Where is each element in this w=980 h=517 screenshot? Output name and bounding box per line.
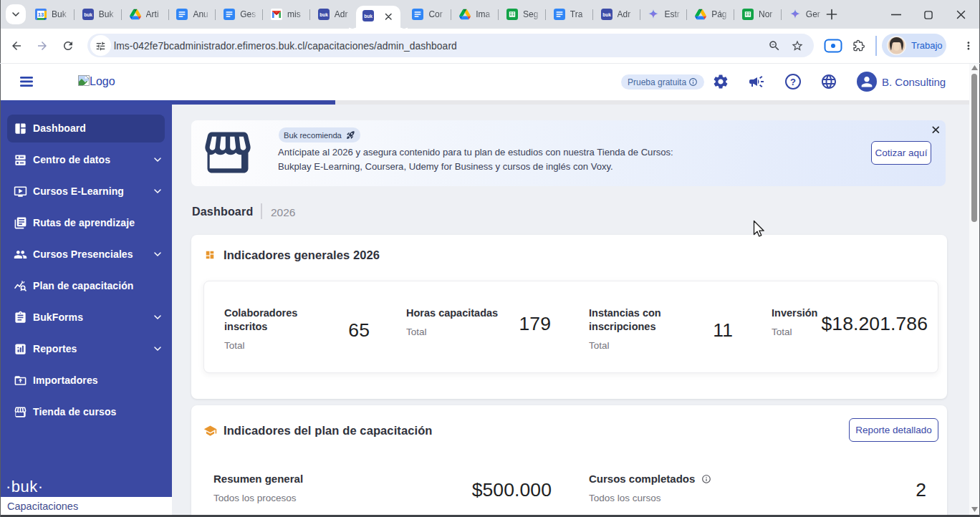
svg-text:?: ? (790, 77, 796, 87)
